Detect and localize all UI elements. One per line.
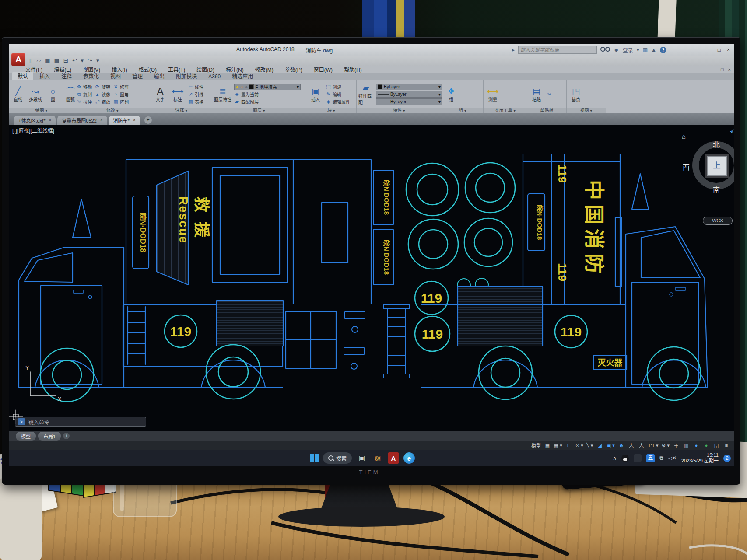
model-tab[interactable]: 模型 [16,432,36,441]
measure-button[interactable]: ⟷测量 [485,87,500,102]
text-button[interactable]: A文字 [153,87,168,102]
osnap-icon[interactable]: ◢ [596,443,603,448]
set-current-button[interactable]: ◈置为当前 [234,91,301,98]
viewcube-south[interactable]: 南 [709,184,724,195]
snap-icon[interactable]: ▦ ▾ [554,443,562,448]
linear-button[interactable]: ⊢线性 [188,84,203,90]
group-button[interactable]: ❖组 [444,87,459,102]
edit-block-button[interactable]: ✎编辑 [326,91,350,98]
open-icon[interactable]: ▱ [36,57,41,64]
maximize-button[interactable]: □ [718,47,721,53]
panel-properties-title[interactable]: 特性 ▾ [357,108,442,113]
doc-tab-rest-area[interactable]: +休息区.dxf*× [14,116,56,125]
panel-view-title[interactable]: 视图 ▾ [567,108,606,113]
tray-app-icon[interactable] [634,454,642,462]
edit-attr-button[interactable]: ◈编辑属性 [326,98,350,105]
new-tab-button[interactable]: + [144,116,152,124]
signin-link[interactable]: 登录 [623,46,633,54]
tab-close-icon[interactable]: × [49,118,51,122]
isolate-icon[interactable]: ◱ [713,443,720,448]
rotate-button[interactable]: ⟳旋转 [95,84,110,90]
menu-parametric[interactable]: 参数(P) [285,66,302,73]
search-flyout-arrow[interactable]: ▸ [512,47,515,53]
viewport-controls[interactable]: [-][俯视][二维线框] [12,126,54,134]
dropdown-icon[interactable]: ▾ [637,47,639,53]
ime-indicator[interactable]: 五 [646,454,655,462]
task-view-icon[interactable]: ▣ [356,452,368,464]
taskbar-clock[interactable]: 19:11 2023/5/29 星期一 [681,452,719,464]
volume-muted-icon[interactable]: ◅✕ [668,455,677,461]
autocad-taskbar-icon[interactable]: A [388,452,399,464]
ribbon-tab-view[interactable]: 视图 [105,72,126,80]
infocenter-search-input[interactable] [518,46,597,54]
toolbar-dropdown[interactable]: ▾ [96,57,99,64]
doc-tab-layout-0522[interactable]: 复量布局图0522× [57,116,107,125]
table-button[interactable]: ▦表格 [188,98,203,105]
saveas-icon[interactable]: ▤ [54,57,59,64]
annovis-icon[interactable]: 人 [638,442,645,449]
layout1-tab[interactable]: 布局1 [38,432,61,441]
viewcube-west[interactable]: 西 [683,161,690,172]
binoculars-icon[interactable] [600,47,610,53]
panel-layers-title[interactable]: 图层 ▾ [212,108,306,113]
ortho-icon[interactable]: ∟ [565,443,572,448]
insert-block-button[interactable]: ▣插入 [308,87,323,102]
panel-groups-title[interactable]: 组 ▾ [442,108,483,113]
ribbon-tab-manage[interactable]: 管理 [127,72,148,80]
workspace-icon[interactable]: ＋ [673,442,680,449]
lineweight-dropdown[interactable]: ByLayer▾ [376,91,442,98]
viewcube-rotate-icon[interactable]: ↶ [730,127,734,136]
ribbon-tab-featured[interactable]: 精选应用 [227,72,258,80]
stretch-button[interactable]: ⇲拉伸 [76,98,92,105]
wcs-dropdown[interactable]: WCS [703,217,733,225]
ribbon-tab-insert[interactable]: 插入 [34,72,55,80]
leader-button[interactable]: ↗引线 [188,91,203,98]
qq-icon[interactable] [621,455,629,462]
copy-button[interactable]: ⧉复制 [76,91,92,98]
isodraft-icon[interactable]: ╲ ▾ [586,443,593,448]
undo-dropdown[interactable]: ▾ [81,57,84,64]
app-menu-button[interactable]: A [11,53,25,66]
cut-button[interactable]: ✂ [547,91,552,97]
doc-close[interactable]: × [728,67,731,72]
move-button[interactable]: ✥移动 [76,84,92,90]
layer-dropdown[interactable]: ● ☼ ● F-地坪填充 ▾ [234,84,301,90]
annoscale-icon[interactable]: 人 [628,442,635,449]
taskbar-search[interactable]: 搜索 [323,452,352,464]
doc-restore[interactable]: □ [721,67,724,72]
viewcube-top-face[interactable]: 上 [707,156,727,176]
command-line[interactable]: > 键入命令 [15,417,146,427]
panel-draw-title[interactable]: 绘图 ▾ [9,108,74,113]
drawing-canvas[interactable]: [-][俯视][二维线框] [9,125,734,431]
panel-block-title[interactable]: 块 ▾ [306,108,356,113]
ribbon-tab-output[interactable]: 输出 [149,72,170,80]
windows-start-button[interactable] [310,454,319,462]
customize-menu-icon[interactable]: ≡ [723,443,730,448]
user-icon[interactable]: ☻ [614,47,619,53]
close-button[interactable]: × [727,47,730,53]
create-block-button[interactable]: ⬚创建 [326,84,350,90]
doc-minimize[interactable]: — [712,67,716,72]
ribbon-tab-a360[interactable]: A360 [203,73,226,80]
edge-icon[interactable]: e [403,452,415,464]
panel-annotate-title[interactable]: 注释 ▾ [151,108,212,113]
annotation-icon[interactable]: ☻ [618,443,625,448]
circle-button[interactable]: ○圆 [46,87,60,102]
ribbon-tab-parametric[interactable]: 参数化 [78,72,104,80]
tab-close-icon[interactable]: × [133,118,136,122]
viewcube-north[interactable]: 北 [709,139,724,149]
print-icon[interactable]: ⊟ [63,57,68,64]
grid-icon[interactable]: ▦ [544,443,551,448]
hardware-accel-icon[interactable]: ● [693,443,700,448]
notification-badge[interactable]: 2 [723,455,731,462]
fillet-button[interactable]: ◝圆角 [113,91,129,98]
doc-tab-fire-truck[interactable]: 消防车*× [109,116,140,125]
monitor-icon[interactable]: ▥ [683,443,690,448]
minimize-button[interactable]: — [706,47,712,53]
new-icon[interactable]: ▯ [29,57,32,64]
viewcube-home-icon[interactable]: ⌂ [682,133,686,140]
line-button[interactable]: ╱直线 [11,87,25,102]
ribbon-tab-home[interactable]: 默认 [12,72,33,80]
scale-button[interactable]: ⤢缩放 [95,98,110,105]
polar-icon[interactable]: ⊙ ▾ [575,443,583,448]
